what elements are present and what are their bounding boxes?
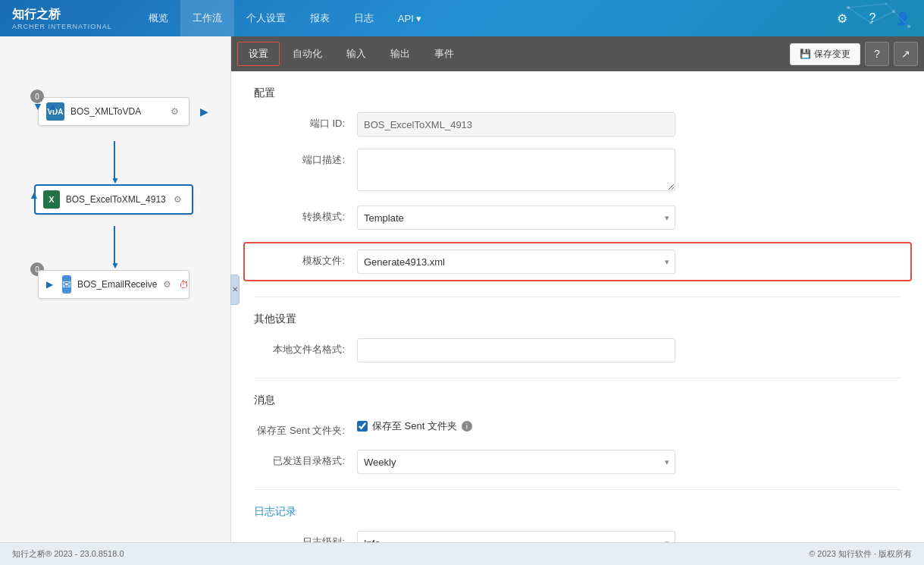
save-changes-button[interactable]: 💾 保存变更: [790, 43, 860, 65]
save-sent-label: 保存至 Sent 文件夹:: [254, 419, 345, 438]
badge-node1: 0: [30, 89, 44, 103]
port-id-label: 端口 ID:: [254, 112, 345, 130]
expand-up-exceltoxml[interactable]: ▲: [29, 189, 39, 201]
message-section-title: 消息: [254, 394, 901, 407]
template-file-select-wrapper: Generate4913.xml ▾: [357, 250, 675, 274]
expand-left-icon[interactable]: ▶: [46, 279, 53, 290]
sent-dir-format-label: 已发送目录格式:: [254, 450, 345, 468]
svg-line-8: [848, 4, 886, 8]
sent-dir-format-select[interactable]: Weekly Daily Monthly: [357, 450, 675, 474]
convert-mode-control: Template XSLT Direct ▾: [357, 206, 675, 230]
arrow-v1: [114, 141, 115, 179]
port-id-input[interactable]: [357, 112, 675, 137]
tab-input[interactable]: 输入: [335, 42, 377, 66]
separator-2: [254, 378, 901, 378]
separator-1: [254, 297, 901, 297]
clock-icon: ⏱: [179, 279, 189, 290]
node-bos-exceltoxml[interactable]: X BOS_ExcelToXML_4913 ⚙: [34, 184, 193, 215]
logo: 知行之桥 ARCHER INTERNATIONAL: [12, 7, 112, 30]
convert-mode-select-wrapper: Template XSLT Direct ▾: [357, 206, 675, 230]
top-nav: 知行之桥 ARCHER INTERNATIONAL 概览 工作流 个人设置 报表…: [0, 0, 924, 36]
log-level-label: 日志级别:: [254, 531, 345, 542]
save-btn-label: 保存变更: [814, 48, 850, 61]
convert-mode-label: 转换模式:: [254, 206, 345, 224]
local-file-format-control: [357, 338, 675, 363]
other-settings-title: 其他设置: [254, 312, 901, 326]
arrow-down-icon2: ▼: [111, 260, 120, 271]
footer-left: 知行之桥® 2023 - 23.0.8518.0: [12, 548, 124, 560]
nav-item-reports[interactable]: 报表: [298, 0, 342, 36]
arrow-right-icon: ▶: [200, 105, 208, 118]
log-level-select-wrapper: Info Debug Warning Error ▾: [357, 531, 675, 542]
port-desc-textarea[interactable]: [357, 149, 675, 191]
node-label-xmltovda: BOS_XMLToVDA: [70, 106, 161, 117]
template-file-select[interactable]: Generate4913.xml: [357, 250, 675, 274]
save-icon: 💾: [800, 49, 811, 59]
node-label-exceltoxml: BOS_ExcelToXML_4913: [66, 194, 166, 205]
main-nav: 概览 工作流 个人设置 报表 日志 API ▾: [136, 0, 434, 36]
tab-output[interactable]: 输出: [379, 42, 421, 66]
nav-right: ⚙ ? 👤: [833, 9, 912, 27]
log-level-select[interactable]: Info Debug Warning Error: [357, 531, 675, 542]
svg-point-4: [885, 3, 888, 5]
sent-dir-format-row: 已发送目录格式: Weekly Daily Monthly ▾: [254, 450, 901, 474]
content-area: 配置 端口 ID: 端口描述: 转换模式:: [231, 71, 924, 542]
workflow-canvas: 0 VDA BOS_XMLToVDA ⚙ ▶ ▼ ▲: [0, 36, 230, 542]
port-desc-row: 端口描述:: [254, 149, 901, 193]
logo-sub: ARCHER INTERNATIONAL: [12, 23, 112, 30]
help-icon[interactable]: ?: [863, 9, 882, 27]
node-bos-xmltovda[interactable]: VDA BOS_XMLToVDA ⚙ ▶: [38, 97, 189, 126]
node-settings-emailreceive[interactable]: ⚙: [163, 278, 171, 291]
template-file-control: Generate4913.xml ▾: [357, 250, 675, 274]
local-file-format-input[interactable]: [357, 338, 675, 363]
left-panel: 0 VDA BOS_XMLToVDA ⚙ ▶ ▼ ▲: [0, 36, 231, 542]
save-sent-row: 保存至 Sent 文件夹: 保存至 Sent 文件夹 i: [254, 419, 901, 438]
node-label-emailreceive: BOS_EmailReceive: [77, 279, 157, 290]
wf-container: 0 VDA BOS_XMLToVDA ⚙ ▶ ▼ ▲: [15, 52, 215, 527]
port-desc-control: [357, 149, 675, 193]
save-sent-control: 保存至 Sent 文件夹 i: [357, 419, 675, 433]
node-settings-exceltoxml[interactable]: ⚙: [172, 193, 184, 206]
sent-dir-select-wrapper: Weekly Daily Monthly ▾: [357, 450, 675, 474]
right-panel: 设置 自动化 输入 输出 事件 💾 保存变更 ? ↗ 配置 端口 ID:: [231, 36, 924, 542]
template-file-row: 模板文件: Generate4913.xml ▾: [243, 242, 912, 281]
config-section-title: 配置: [254, 86, 901, 100]
excel-icon: X: [43, 190, 60, 209]
main-layout: 0 VDA BOS_XMLToVDA ⚙ ▶ ▼ ▲: [0, 36, 924, 542]
footer-right: © 2023 知行软件 · 版权所有: [809, 548, 912, 560]
nav-item-settings[interactable]: 个人设置: [234, 0, 298, 36]
nav-item-overview[interactable]: 概览: [136, 0, 180, 36]
logo-main: 知行之桥: [12, 7, 112, 23]
log-level-row: 日志级别: Info Debug Warning Error ▾: [254, 531, 901, 542]
save-sent-info-icon[interactable]: i: [462, 421, 472, 432]
help-panel-button[interactable]: ?: [865, 42, 889, 66]
save-sent-checkbox-wrapper: 保存至 Sent 文件夹 i: [357, 419, 675, 433]
separator-3: [254, 489, 901, 490]
local-file-format-label: 本地文件名格式:: [254, 338, 345, 356]
nav-item-logs[interactable]: 日志: [342, 0, 386, 36]
expand-up-xmltovda[interactable]: ▲: [48, 100, 58, 112]
node-bos-emailreceive[interactable]: ▶ ✉ BOS_EmailReceive ⚙ ⏱: [38, 270, 189, 299]
log-level-control: Info Debug Warning Error ▾: [357, 531, 675, 542]
node-settings-xmltovda[interactable]: ⚙: [168, 105, 181, 118]
tab-automation[interactable]: 自动化: [281, 42, 334, 66]
port-desc-label: 端口描述:: [254, 149, 345, 167]
nav-item-api[interactable]: API ▾: [386, 0, 434, 36]
settings-icon[interactable]: ⚙: [833, 9, 851, 27]
sub-nav-right: 💾 保存变更 ? ↗: [790, 42, 918, 66]
arrow-v2: [114, 226, 115, 264]
save-sent-checkbox[interactable]: [357, 421, 368, 432]
collapse-panel-btn[interactable]: ✕: [230, 275, 240, 305]
convert-mode-row: 转换模式: Template XSLT Direct ▾: [254, 206, 901, 230]
tab-events[interactable]: 事件: [423, 42, 465, 66]
email-icon: ✉: [62, 275, 71, 293]
user-icon[interactable]: 👤: [894, 9, 912, 27]
convert-mode-select[interactable]: Template XSLT Direct: [357, 206, 675, 230]
nav-item-workflow[interactable]: 工作流: [180, 0, 234, 36]
port-id-row: 端口 ID:: [254, 112, 901, 137]
sent-dir-format-control: Weekly Daily Monthly ▾: [357, 450, 675, 474]
sub-nav: 设置 自动化 输入 输出 事件 💾 保存变更 ? ↗: [231, 36, 924, 71]
tab-settings[interactable]: 设置: [237, 42, 280, 66]
external-link-button[interactable]: ↗: [894, 42, 918, 66]
footer: 知行之桥® 2023 - 23.0.8518.0 © 2023 知行软件 · 版…: [0, 542, 924, 565]
